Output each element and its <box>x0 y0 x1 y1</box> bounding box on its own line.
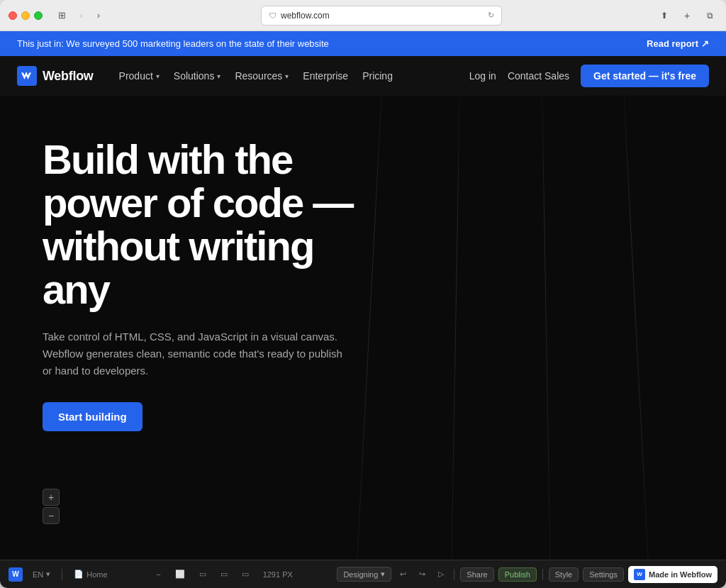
toolbar-desktop-icon[interactable]: ⬜ <box>171 567 189 581</box>
hero-cta-button[interactable]: Start building <box>43 402 143 431</box>
forward-button[interactable]: › <box>91 8 106 23</box>
toolbar-publish-btn[interactable]: Publish <box>498 567 537 582</box>
hero-content: Build with the power of code — without w… <box>0 96 425 460</box>
banner-link[interactable]: Read report ↗ <box>647 38 709 49</box>
shield-icon: 🛡 <box>269 11 277 20</box>
webflow-toolbar-logo[interactable]: W <box>9 567 23 582</box>
toolbar-designing-btn[interactable]: Designing ▾ <box>337 567 391 582</box>
back-button[interactable]: ‹ <box>74 8 89 23</box>
nav-item-solutions[interactable]: Solutions ▾ <box>168 66 227 86</box>
made-in-webflow-badge[interactable]: W Made in Webflow <box>628 566 717 583</box>
zoom-in-button[interactable]: + <box>43 489 60 506</box>
nav-contact-sales-link[interactable]: Contact Sales <box>508 70 569 82</box>
toolbar-px-label: 1291 PX <box>259 568 297 581</box>
toolbar-sep-2 <box>454 569 454 580</box>
nav-item-solutions-chevron: ▾ <box>217 72 220 80</box>
made-in-webflow-logo: W <box>634 569 645 580</box>
canvas-controls: + − <box>43 489 60 524</box>
nav-controls: ⊞ ‹ › <box>54 8 106 23</box>
toolbar-logo-text: W <box>12 570 18 578</box>
toolbar-share-label: Share <box>467 570 487 579</box>
hero-section: Build with the power of code — without w… <box>0 96 726 560</box>
toolbar-undo-btn[interactable]: ↩ <box>396 567 411 581</box>
decorative-line-3 <box>540 96 553 560</box>
toolbar-settings-tab[interactable]: Settings <box>583 567 624 582</box>
toolbar-tablet-icon[interactable]: ▭ <box>195 567 211 581</box>
nav-item-pricing-label: Pricing <box>362 70 393 82</box>
browser-content: This just in: We surveyed 500 marketing … <box>0 31 726 588</box>
close-button[interactable] <box>9 11 17 20</box>
share-icon[interactable]: ⬆ <box>657 8 672 23</box>
decorative-line-4 <box>619 96 659 560</box>
nav-item-product-label: Product <box>119 70 153 82</box>
toolbar-preview-btn[interactable]: ▷ <box>434 567 448 581</box>
zoom-out-button[interactable]: − <box>43 507 60 524</box>
toolbar-center: − ⬜ ▭ ▭ ▭ 1291 PX <box>118 567 332 581</box>
toolbar-right: Designing ▾ ↩ ↪ ▷ Share Publish Style <box>337 566 717 583</box>
nav-item-resources-chevron: ▾ <box>285 72 289 80</box>
new-tab-icon[interactable]: + <box>679 8 695 23</box>
title-bar-right: ⬆ + ⧉ <box>657 8 717 23</box>
hero-title: Build with the power of code — without w… <box>43 138 383 311</box>
toolbar-locale-chevron: ▾ <box>46 570 50 579</box>
nav-arrows: ‹ › <box>74 8 106 23</box>
made-in-webflow-label: Made in Webflow <box>649 570 712 579</box>
nav-item-enterprise-label: Enterprise <box>303 70 348 82</box>
address-bar-container: 🛡 webflow.com ↻ <box>112 6 651 26</box>
toolbar-page-label: Home <box>86 570 107 579</box>
address-bar[interactable]: 🛡 webflow.com ↻ <box>261 6 502 26</box>
nav-left: Webflow Product ▾ Solutions ▾ Resources … <box>17 66 398 86</box>
site-nav: Webflow Product ▾ Solutions ▾ Resources … <box>0 56 726 96</box>
banner-link-label: Read report <box>647 38 698 49</box>
toolbar-settings-label: Settings <box>589 570 618 579</box>
toolbar-sep-1 <box>62 569 62 580</box>
toolbar-designing-label: Designing <box>343 570 378 579</box>
nav-item-product[interactable]: Product ▾ <box>113 66 165 86</box>
toolbar-page[interactable]: 📄 Home <box>69 567 111 581</box>
toolbar-locale-label: EN <box>33 570 43 579</box>
refresh-icon[interactable]: ↻ <box>488 11 494 20</box>
toolbar-page-icon: 📄 <box>74 570 84 579</box>
nav-logo[interactable]: Webflow <box>17 66 94 86</box>
toolbar-mobile-lg-icon[interactable]: ▭ <box>216 567 232 581</box>
nav-right: Log in Contact Sales Get started — it's … <box>469 65 709 87</box>
nav-item-solutions-label: Solutions <box>174 70 215 82</box>
toolbar-redo-btn[interactable]: ↪ <box>415 567 430 581</box>
nav-item-product-chevron: ▾ <box>156 72 160 80</box>
toolbar-locale[interactable]: EN ▾ <box>28 567 55 581</box>
banner-arrow-icon: ↗ <box>701 38 709 49</box>
toolbar-style-tab[interactable]: Style <box>549 567 579 582</box>
toolbar-sep-3 <box>542 569 543 580</box>
toolbar-publish-label: Publish <box>505 570 530 579</box>
nav-items: Product ▾ Solutions ▾ Resources ▾ Enterp… <box>113 66 398 86</box>
nav-item-enterprise[interactable]: Enterprise <box>297 66 354 86</box>
nav-cta-button[interactable]: Get started — it's free <box>581 65 709 87</box>
sidebar-toggle-icon[interactable]: ⊞ <box>54 8 69 23</box>
nav-item-resources[interactable]: Resources ▾ <box>229 66 294 86</box>
title-bar: ⊞ ‹ › 🛡 webflow.com ↻ ⬆ + ⧉ <box>0 0 726 31</box>
toolbar-mobile-sm-icon[interactable]: ▭ <box>238 567 253 581</box>
hero-subtitle: Take control of HTML, CSS, and JavaScrip… <box>43 328 354 379</box>
toolbar-designing-chevron: ▾ <box>381 570 385 579</box>
maximize-button[interactable] <box>34 11 43 20</box>
nav-item-pricing[interactable]: Pricing <box>357 66 398 86</box>
banner-text: This just in: We surveyed 500 marketing … <box>17 38 329 49</box>
logo-text: Webflow <box>43 69 94 84</box>
decorative-line-2 <box>448 96 462 560</box>
webflow-toolbar: W EN ▾ 📄 Home − ⬜ ▭ ▭ ▭ 1291 PX Desig <box>0 560 726 588</box>
toolbar-minus-btn[interactable]: − <box>152 568 164 581</box>
announcement-banner: This just in: We surveyed 500 marketing … <box>0 31 726 56</box>
minimize-button[interactable] <box>21 11 30 20</box>
webflow-logo-icon <box>17 66 37 86</box>
toolbar-style-label: Style <box>555 570 572 579</box>
tabs-overview-icon[interactable]: ⧉ <box>702 8 717 23</box>
nav-login-link[interactable]: Log in <box>469 70 496 82</box>
nav-item-resources-label: Resources <box>235 70 282 82</box>
url-text: webflow.com <box>281 11 330 21</box>
traffic-lights <box>9 11 43 20</box>
toolbar-share-btn[interactable]: Share <box>460 567 493 582</box>
